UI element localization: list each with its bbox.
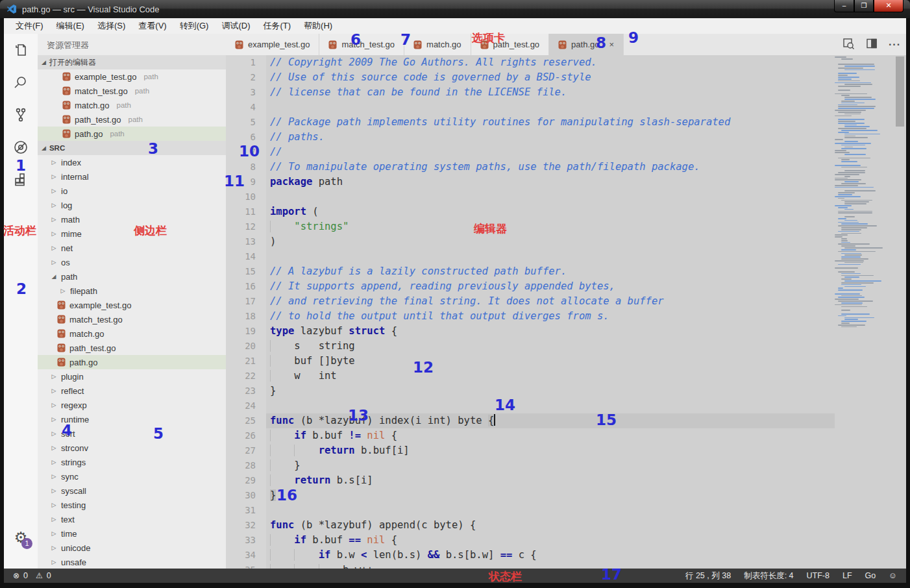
- tree-item-plugin[interactable]: ▷plugin: [38, 369, 226, 384]
- menu-item-任[interactable]: 任务(T): [256, 18, 297, 34]
- split-editor-icon[interactable]: [865, 37, 878, 53]
- minimize-button[interactable]: –: [834, 0, 854, 12]
- code-line[interactable]: 10: [226, 190, 906, 204]
- open-editor-item[interactable]: path_test.gopath: [38, 112, 226, 127]
- tree-item-regexp[interactable]: ▷regexp: [38, 398, 226, 412]
- code-line[interactable]: 14: [226, 249, 906, 264]
- menu-item-帮[interactable]: 帮助(H): [297, 18, 339, 34]
- tree-item-syscall[interactable]: ▷syscall: [38, 484, 226, 498]
- code-line[interactable]: 28 }: [226, 458, 906, 473]
- menu-item-文[interactable]: 文件(F): [9, 18, 50, 34]
- code-line[interactable]: 15// A lazybuf is a lazily constructed p…: [226, 264, 906, 279]
- code-line[interactable]: 20 s string: [226, 339, 906, 354]
- code-line[interactable]: 16// It supports append, reading previou…: [226, 279, 906, 294]
- code-line[interactable]: 22 w int: [226, 369, 906, 384]
- code-line[interactable]: 25func (b *lazybuf) index(i int) byte {: [226, 413, 906, 428]
- problems-indicator[interactable]: ⊗ 0 ⚠ 0: [13, 571, 51, 580]
- tree-item-strconv[interactable]: ▷strconv: [38, 441, 226, 455]
- close-button[interactable]: ✕: [874, 0, 904, 12]
- code-line[interactable]: 31: [226, 503, 906, 518]
- tree-item-path_test.go[interactable]: path_test.go: [38, 341, 226, 355]
- menu-item-调[interactable]: 调试(D): [215, 18, 256, 34]
- status-item-1[interactable]: 制表符长度: 4: [744, 570, 793, 582]
- tab-path.go[interactable]: path.go×: [549, 34, 624, 55]
- extensions-icon[interactable]: [4, 164, 38, 196]
- tree-item-strings[interactable]: ▷strings: [38, 455, 226, 469]
- status-item-3[interactable]: LF: [842, 571, 852, 580]
- tree-item-match_test.go[interactable]: match_test.go: [38, 312, 226, 326]
- code-line[interactable]: 11import (: [226, 204, 906, 219]
- code-line[interactable]: 29 return b.s[i]: [226, 473, 906, 488]
- tree-item-index[interactable]: ▷index: [38, 155, 226, 169]
- code-line[interactable]: 12 "strings": [226, 219, 906, 234]
- code-line[interactable]: 13): [226, 234, 906, 249]
- tree-item-match.go[interactable]: match.go: [38, 326, 226, 341]
- more-actions-icon[interactable]: ···: [889, 39, 901, 51]
- status-item-0[interactable]: 行 25 , 列 38: [685, 570, 731, 582]
- menu-item-选[interactable]: 选择(S): [91, 18, 132, 34]
- code-line[interactable]: 6// paths.: [226, 130, 906, 145]
- tree-item-unsafe[interactable]: ▷unsafe: [38, 555, 226, 569]
- feedback-smiley-icon[interactable]: ☺: [889, 571, 897, 580]
- code-line[interactable]: 27 return b.buf[i]: [226, 443, 906, 458]
- tree-item-time[interactable]: ▷time: [38, 526, 226, 541]
- code-line[interactable]: 19type lazybuf struct {: [226, 324, 906, 339]
- scrollbar-thumb[interactable]: [896, 56, 904, 127]
- tree-item-math[interactable]: ▷math: [38, 212, 226, 227]
- tab-example_test.go[interactable]: example_test.go: [226, 34, 319, 55]
- code-line[interactable]: 21 buf []byte: [226, 354, 906, 369]
- tab-path_test.go[interactable]: path_test.go: [471, 34, 550, 55]
- explorer-icon[interactable]: [4, 34, 38, 66]
- open-editor-item[interactable]: match_test.gopath: [38, 84, 226, 98]
- minimap[interactable]: [835, 56, 884, 332]
- code-line[interactable]: 9package path: [226, 175, 906, 190]
- tab-match.go[interactable]: match.go: [404, 34, 471, 55]
- tree-item-reflect[interactable]: ▷reflect: [38, 384, 226, 398]
- code-line[interactable]: 1// Copyright 2009 The Go Authors. All r…: [226, 55, 906, 70]
- tab-match_test.go[interactable]: match_test.go: [319, 34, 404, 55]
- code-line[interactable]: 30}: [226, 488, 906, 503]
- code-line[interactable]: 32func (b *lazybuf) append(c byte) {: [226, 518, 906, 533]
- tree-item-filepath[interactable]: ▷filepath: [38, 284, 226, 298]
- tree-item-io[interactable]: ▷io: [38, 184, 226, 198]
- tree-item-unicode[interactable]: ▷unicode: [38, 541, 226, 555]
- tree-item-text[interactable]: ▷text: [38, 512, 226, 526]
- tree-item-testing[interactable]: ▷testing: [38, 498, 226, 512]
- tree-item-mime[interactable]: ▷mime: [38, 227, 226, 241]
- tree-item-internal[interactable]: ▷internal: [38, 169, 226, 184]
- code-line[interactable]: 7//: [226, 145, 906, 160]
- tree-item-path[interactable]: ◢path: [38, 269, 226, 284]
- tree-item-runtime[interactable]: ▷runtime: [38, 412, 226, 426]
- open-editor-item[interactable]: path.gopath: [38, 127, 226, 141]
- code-line[interactable]: 23}: [226, 384, 906, 398]
- source-control-icon[interactable]: [4, 99, 38, 131]
- code-line[interactable]: 5// Package path implements utility rout…: [226, 115, 906, 130]
- code-line[interactable]: 8// To manipulate operating system paths…: [226, 160, 906, 175]
- tree-item-os[interactable]: ▷os: [38, 255, 226, 269]
- tree-item-sync[interactable]: ▷sync: [38, 469, 226, 484]
- debug-icon[interactable]: [4, 131, 38, 164]
- code-line[interactable]: 18// to hold the output until that outpu…: [226, 309, 906, 324]
- code-line[interactable]: 33 if b.buf == nil {: [226, 533, 906, 548]
- menu-item-转[interactable]: 转到(G): [173, 18, 215, 34]
- menu-item-查[interactable]: 查看(V): [132, 18, 173, 34]
- maximize-button[interactable]: ❐: [854, 0, 874, 12]
- tree-item-sort[interactable]: ▷sort: [38, 426, 226, 441]
- tree-item-path.go[interactable]: path.go: [38, 355, 226, 369]
- code-line[interactable]: 26 if b.buf != nil {: [226, 428, 906, 443]
- open-editor-item[interactable]: example_test.gopath: [38, 69, 226, 84]
- settings-gear-icon[interactable]: ⚙ 1: [4, 524, 38, 550]
- status-item-4[interactable]: Go: [865, 571, 876, 580]
- search-icon[interactable]: [4, 66, 38, 99]
- src-section-header[interactable]: ◢ SRC: [38, 141, 226, 155]
- search-editor-icon[interactable]: [842, 37, 855, 53]
- menu-item-编[interactable]: 编辑(E): [50, 18, 91, 34]
- code-line[interactable]: 3// license that can be found in the LIC…: [226, 85, 906, 100]
- tree-item-net[interactable]: ▷net: [38, 241, 226, 255]
- tab-close-icon[interactable]: ×: [609, 40, 614, 49]
- code-line[interactable]: 35 b.w++: [226, 563, 906, 569]
- code-line[interactable]: 4: [226, 100, 906, 115]
- tree-item-log[interactable]: ▷log: [38, 198, 226, 212]
- code-line[interactable]: 17// and retrieving the final string. It…: [226, 294, 906, 309]
- open-editor-item[interactable]: match.gopath: [38, 98, 226, 112]
